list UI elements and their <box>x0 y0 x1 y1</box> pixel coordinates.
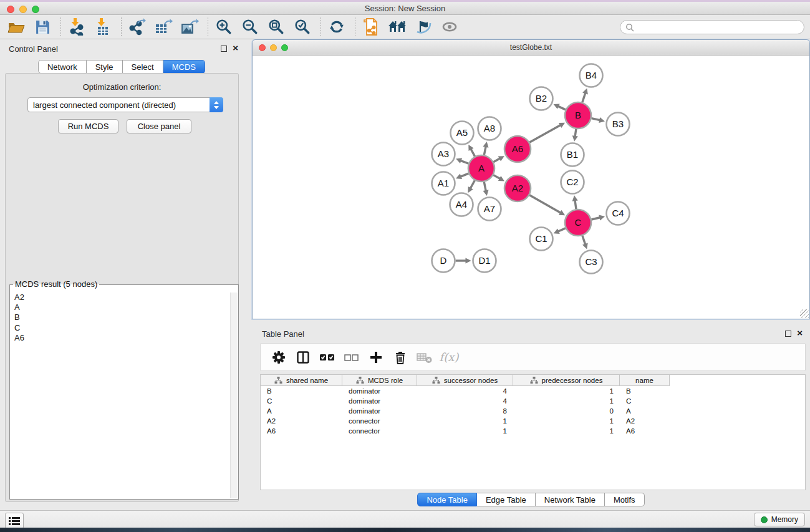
cell-shared-name[interactable]: B <box>261 386 342 396</box>
result-scrollbar[interactable] <box>230 293 238 498</box>
deselect-all-icon[interactable] <box>341 348 362 367</box>
edge-C-C3[interactable] <box>582 236 586 245</box>
edge-A-A5[interactable] <box>471 148 475 157</box>
cell-MCDS-role[interactable]: dominator <box>342 406 417 416</box>
edge-B-B4[interactable] <box>582 92 586 102</box>
result-item[interactable]: C <box>11 323 230 333</box>
cell-successor-nodes[interactable]: 8 <box>417 406 513 416</box>
delete-table-icon[interactable] <box>414 348 435 367</box>
column-header-predecessor-nodes[interactable]: predecessor nodes <box>513 375 620 386</box>
edge-C-C2[interactable] <box>575 200 576 209</box>
cell-name[interactable]: A6 <box>620 426 670 436</box>
cell-MCDS-role[interactable]: connector <box>342 416 417 426</box>
tab-mcds[interactable]: MCDS <box>163 60 205 74</box>
import-network-icon[interactable] <box>67 17 86 36</box>
tab-motifs[interactable]: Motifs <box>605 493 645 506</box>
resize-grip[interactable] <box>800 309 809 318</box>
result-item[interactable]: B <box>11 312 230 322</box>
cell-MCDS-role[interactable]: dominator <box>342 396 417 406</box>
home-icon[interactable] <box>388 17 407 36</box>
cell-successor-nodes[interactable]: 1 <box>417 426 513 436</box>
edge-C-C4[interactable] <box>591 218 600 220</box>
gear-icon[interactable] <box>268 348 289 367</box>
cell-predecessor-nodes[interactable]: 1 <box>513 426 620 436</box>
columns-icon[interactable] <box>292 348 314 367</box>
flag-icon[interactable] <box>414 17 433 36</box>
table-row[interactable]: A6connector11A6 <box>261 426 805 436</box>
cell-MCDS-role[interactable]: connector <box>342 426 417 436</box>
task-history-button[interactable] <box>5 513 24 529</box>
network-canvas[interactable]: B4B2BB3A8A5A6A3B1AC2A1A2A4A7C4CC1DD1C3 <box>253 56 809 319</box>
cell-name[interactable]: A2 <box>620 416 670 426</box>
zoom-out-icon[interactable] <box>241 17 259 36</box>
close-panel-icon[interactable]: × <box>233 42 238 54</box>
cell-shared-name[interactable]: A <box>261 406 342 416</box>
edge-A-A8[interactable] <box>484 146 486 155</box>
column-header-name[interactable]: name <box>620 375 670 386</box>
column-header-MCDS-role[interactable]: MCDS role <box>342 375 417 386</box>
add-column-icon[interactable] <box>365 348 387 367</box>
edge-C-C1[interactable] <box>557 228 566 232</box>
export-image-icon[interactable] <box>180 17 199 36</box>
tab-network-table[interactable]: Network Table <box>536 493 605 506</box>
mcds-result-list[interactable]: A2ABCA6 <box>11 293 230 498</box>
cell-name[interactable]: C <box>620 396 670 406</box>
edge-B-B2[interactable] <box>557 106 566 110</box>
table-row[interactable]: A2connector11A2 <box>261 416 805 426</box>
result-item[interactable]: A6 <box>11 333 230 343</box>
cell-name[interactable]: A <box>620 406 670 416</box>
node-table[interactable]: shared nameMCDS rolesuccessor nodesprede… <box>260 374 806 490</box>
search-input[interactable] <box>634 22 804 33</box>
save-session-icon[interactable] <box>33 17 52 36</box>
edge-A6-B[interactable] <box>529 125 561 142</box>
edge-A-A7[interactable] <box>484 182 486 191</box>
criterion-select[interactable]: largest connected component (directed) <box>27 97 223 112</box>
tab-node-table[interactable]: Node Table <box>417 493 477 506</box>
column-header-successor-nodes[interactable]: successor nodes <box>417 375 513 386</box>
network-window-titlebar[interactable]: testGlobe.txt <box>253 40 809 56</box>
tab-select[interactable]: Select <box>123 60 163 74</box>
cell-predecessor-nodes[interactable]: 1 <box>513 386 620 396</box>
result-item[interactable]: A2 <box>11 293 230 302</box>
import-table-icon[interactable] <box>94 17 112 36</box>
edge-A-A1[interactable] <box>460 173 469 177</box>
edge-A2-C[interactable] <box>529 195 561 213</box>
tab-network[interactable]: Network <box>38 60 87 74</box>
float-table-panel-icon[interactable] <box>785 331 791 337</box>
refresh-icon[interactable] <box>327 17 346 36</box>
cell-successor-nodes[interactable]: 4 <box>417 386 513 396</box>
result-item[interactable]: A <box>11 302 230 312</box>
select-all-icon[interactable] <box>317 348 338 367</box>
float-panel-icon[interactable] <box>221 46 227 52</box>
edge-B-B3[interactable] <box>591 118 600 120</box>
tab-style[interactable]: Style <box>87 60 123 74</box>
run-mcds-button[interactable]: Run MCDS <box>58 119 118 133</box>
cell-predecessor-nodes[interactable]: 1 <box>513 396 620 406</box>
memory-button[interactable]: Memory <box>754 513 805 526</box>
close-panel-button[interactable]: Close panel <box>127 119 191 133</box>
delete-icon[interactable] <box>390 348 411 367</box>
column-header-shared-name[interactable]: shared name <box>261 375 342 386</box>
edge-A-A3[interactable] <box>460 160 469 163</box>
export-table-icon[interactable] <box>154 17 173 36</box>
cell-name[interactable]: B <box>620 386 670 396</box>
eye-icon[interactable] <box>440 17 459 36</box>
zoom-selected-icon[interactable] <box>293 17 312 36</box>
cell-successor-nodes[interactable]: 4 <box>417 396 513 406</box>
cell-shared-name[interactable]: C <box>261 396 342 406</box>
cell-predecessor-nodes[interactable]: 0 <box>513 406 620 416</box>
close-table-panel-icon[interactable]: × <box>797 327 803 339</box>
cell-predecessor-nodes[interactable]: 1 <box>513 416 620 426</box>
table-row[interactable]: Adominator80A <box>261 406 805 416</box>
table-row[interactable]: Cdominator41C <box>261 396 805 406</box>
table-row[interactable]: Bdominator41B <box>261 386 805 396</box>
open-session-icon[interactable] <box>362 17 380 36</box>
open-file-icon[interactable] <box>7 17 26 36</box>
function-icon[interactable]: f(x) <box>438 348 460 367</box>
cell-shared-name[interactable]: A2 <box>261 416 342 426</box>
edge-A-A4[interactable] <box>470 180 475 189</box>
cell-successor-nodes[interactable]: 1 <box>417 416 513 426</box>
zoom-in-icon[interactable] <box>215 17 233 36</box>
zoom-fit-icon[interactable] <box>267 17 286 36</box>
export-network-icon[interactable] <box>128 17 147 36</box>
